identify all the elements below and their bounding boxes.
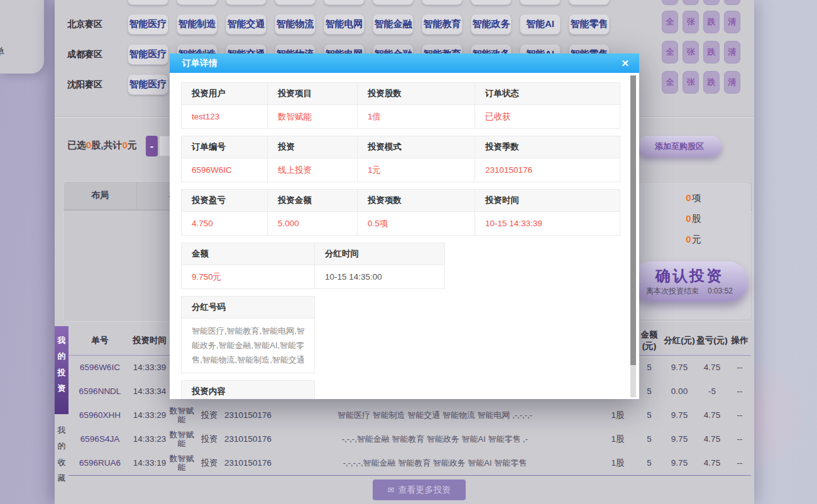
view-more-button[interactable]: ✉查看更多投资 [373, 479, 466, 500]
filter-button[interactable]: 全 [662, 71, 678, 94]
sector-chip-button[interactable]: 智能制造 [177, 14, 217, 35]
left-nav-item[interactable]: 单 [0, 46, 4, 58]
sector-chip-button[interactable]: 智能教育 [422, 14, 463, 35]
filter-button[interactable]: 清 [724, 41, 740, 63]
detail-value-cell: 9.750元 [182, 265, 315, 289]
order-cell: 5 [635, 356, 663, 380]
detail-header-cell: 投资盈亏 [182, 190, 268, 212]
sector-chip-button[interactable]: 智能物流 [275, 0, 315, 5]
detail-header-cell: 分红号码 [182, 297, 315, 319]
order-cell: 1股 [600, 451, 635, 476]
countdown: 离本次投资结束0:03:52 [631, 286, 748, 297]
order-cell: 6596NNDL [69, 380, 131, 403]
order-cell: 6596S4JA [69, 427, 131, 451]
filter-button[interactable]: 跌 [703, 41, 720, 63]
tab-my-favorites[interactable]: 我的收藏 [55, 416, 69, 501]
order-cell: 5 [635, 380, 663, 403]
detail-header-cell: 投资时间 [475, 190, 620, 212]
orders-column-header: 操作 [728, 326, 751, 356]
filter-group: 全张跌清 [662, 0, 740, 5]
sector-chip-button[interactable]: 智能教育 [422, 0, 463, 5]
sector-chip-button[interactable]: 智能医疗 [128, 44, 168, 65]
filter-button[interactable]: 清 [724, 11, 740, 33]
detail-value-cell: 0.5项 [358, 212, 475, 236]
sector-chip-button[interactable]: 智能AI [520, 14, 561, 35]
order-cell: -- [728, 403, 751, 427]
sector-chip-button[interactable]: 智能零售 [569, 14, 610, 35]
filter-button[interactable]: 全 [662, 41, 678, 63]
scrollbar-thumb[interactable] [630, 75, 636, 365]
sector-chip-button[interactable]: 智能AI [520, 0, 561, 5]
selected-amount: 0 [123, 140, 128, 150]
order-row[interactable]: 65960XHH14:33:29数智赋能投资2310150176智能医疗 智能制… [69, 403, 751, 427]
sector-chip-button[interactable]: 智能电网 [324, 14, 365, 35]
sector-row: 智能医疗智能制造智能交通智能物流智能电网智能金融智能教育智能政务智能AI智能零售 [55, 0, 754, 9]
add-to-cart-button[interactable]: 添加至购股区 [637, 136, 721, 157]
detail-value-cell: 已收获 [475, 105, 620, 129]
order-row[interactable]: 6596S4JA14:33:23数智赋能投资2310150176-,-,-,智能… [69, 427, 751, 451]
order-cell: 14:33:34 [131, 380, 168, 403]
sector-chip-button[interactable]: 智能电网 [324, 0, 365, 5]
detail-header-cell: 投资项数 [358, 190, 475, 212]
filter-button[interactable]: 张 [683, 41, 699, 63]
close-icon[interactable]: ✕ [621, 53, 629, 73]
action-groups: 全张跌清全张跌清全张跌清全张跌清 [662, 0, 750, 107]
sector-chip-button[interactable]: 智能交通 [226, 0, 266, 5]
order-cell: 6596RUA6 [69, 451, 131, 476]
order-cell: 投资 [195, 451, 223, 476]
sector-chip-button[interactable]: 智能金融 [373, 0, 414, 5]
filter-button[interactable]: 跌 [703, 71, 720, 94]
order-cell: 2310150176 [223, 403, 270, 427]
dividend-amount-table: 金额分红时间9.750元10-15 14:35:00 [181, 243, 445, 289]
filter-button[interactable]: 全 [662, 0, 678, 5]
left-nav-panel: 单 [0, 0, 44, 74]
sector-chip-button[interactable]: 智能制造 [177, 0, 217, 5]
filter-button[interactable]: 张 [683, 11, 699, 33]
detail-header-cell: 投资模式 [358, 136, 475, 158]
order-cell: 5 [635, 403, 663, 427]
quantity-minus-button[interactable]: - [146, 136, 158, 156]
order-cell: 4.75 [696, 356, 728, 380]
sector-chip-button[interactable]: 智能政务 [471, 14, 512, 35]
filter-button[interactable]: 跌 [703, 0, 720, 5]
order-detail-table: 订单编号投资投资模式投资季数6596W6IC线上投资1元2310150176 [181, 136, 620, 182]
filter-button[interactable]: 张 [683, 71, 699, 94]
order-cell: -- [728, 451, 751, 476]
sector-chip-button[interactable]: 智能金融 [373, 14, 414, 35]
filter-button[interactable]: 张 [683, 0, 699, 5]
stat-amount: 0元 [636, 234, 751, 246]
order-cell: 0.00 [663, 380, 696, 403]
detail-header-cell: 投资股数 [358, 83, 475, 105]
sector-chip-button[interactable]: 智能物流 [275, 14, 315, 35]
filter-group: 全张跌清 [662, 41, 740, 63]
confirm-invest-button[interactable]: 确认投资 离本次投资结束0:03:52 [631, 261, 748, 302]
tab-my-investments[interactable]: 我的投资 [55, 326, 69, 414]
sector-chip-button[interactable]: 智能交通 [226, 14, 266, 35]
order-cell: 数智赋能 [168, 403, 195, 427]
filter-button[interactable]: 跌 [703, 11, 720, 33]
detail-header-row: 投资用户投资项目投资股数订单状态 [182, 83, 620, 105]
sector-chip-list: 智能医疗智能制造智能交通智能物流智能电网智能金融智能教育智能政务智能AI智能零售 [128, 14, 610, 35]
order-cell: 投资 [195, 403, 223, 427]
order-row[interactable]: 6596RUA614:33:19数智赋能投资2310150176-,-,-,-,… [69, 451, 751, 476]
detail-value-cell: 10-15 14:33:39 [475, 212, 620, 236]
filter-button[interactable]: 清 [724, 71, 740, 94]
order-detail-table: 投资用户投资项目投资股数订单状态test123数智赋能1倍已收获 [181, 82, 620, 129]
selection-summary: 已选0股,共计0元 [67, 140, 137, 151]
filter-button[interactable]: 清 [724, 0, 740, 5]
tab-layout[interactable]: 布局 [63, 182, 137, 209]
sector-chip-button[interactable]: 智能政务 [471, 0, 512, 5]
detail-header-cell: 投资金额 [268, 190, 358, 212]
orders-column-header: 投资时间 [131, 326, 168, 356]
confirm-invest-label: 确认投资 [631, 268, 748, 284]
modal-scrollbar[interactable] [630, 75, 636, 397]
sector-chip-button[interactable]: 智能零售 [569, 0, 610, 5]
filter-button[interactable]: 全 [662, 11, 678, 33]
order-cell: 投资 [195, 427, 223, 451]
sector-chip-button[interactable]: 智能医疗 [128, 74, 168, 95]
order-cell: 14:33:19 [131, 451, 168, 476]
order-cell: 9.75 [663, 451, 696, 476]
stat-items: 0项 [636, 192, 751, 204]
sector-chip-button[interactable]: 智能医疗 [128, 14, 168, 35]
sector-chip-button[interactable]: 智能医疗 [128, 0, 168, 5]
